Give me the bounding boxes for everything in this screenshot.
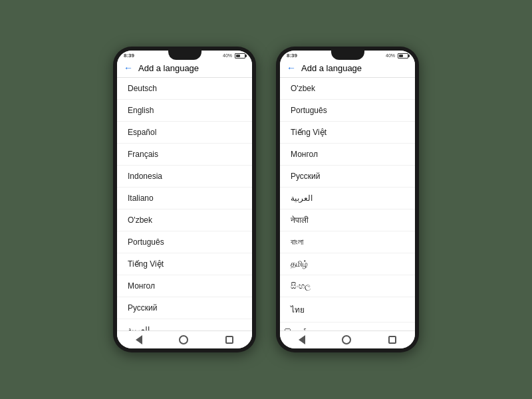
- nav-recents-1[interactable]: [225, 336, 233, 344]
- phone-2-screen: 8:39 40% ← Add a language O'zbekPortuguê…: [280, 51, 415, 348]
- nav-home-1[interactable]: [179, 335, 188, 344]
- language-item[interactable]: English: [117, 100, 252, 122]
- language-item[interactable]: Tiếng Việt: [280, 122, 415, 144]
- language-item[interactable]: தமிழ்: [280, 253, 415, 275]
- battery-icon-2: [398, 53, 408, 59]
- language-item[interactable]: O'zbek: [117, 209, 252, 231]
- language-item[interactable]: Монгол: [117, 275, 252, 297]
- notch-1: [168, 51, 201, 60]
- language-item[interactable]: සිංහල: [280, 275, 415, 297]
- language-item[interactable]: Монгол: [280, 144, 415, 166]
- battery-icon-1: [235, 53, 245, 59]
- nav-bar-1: [117, 331, 252, 348]
- back-button-1[interactable]: ←: [124, 63, 133, 73]
- phone-1: 8:39 40% ← Add a language DeutschEnglish…: [113, 47, 256, 352]
- header-title-2: Add a language: [301, 63, 362, 73]
- phone-2: 8:39 40% ← Add a language O'zbekPortuguê…: [276, 47, 419, 352]
- language-item[interactable]: ไทย: [280, 297, 415, 323]
- language-item[interactable]: Português: [117, 231, 252, 253]
- status-icons-2: 40%: [386, 53, 408, 59]
- back-button-2[interactable]: ←: [287, 63, 296, 73]
- header-1: ← Add a language: [117, 59, 252, 78]
- language-item[interactable]: नेपाली: [280, 209, 415, 231]
- time-1: 8:39: [124, 53, 134, 59]
- language-item[interactable]: Deutsch: [117, 78, 252, 100]
- status-icons-1: 40%: [223, 53, 245, 59]
- language-item[interactable]: Русский: [117, 297, 252, 319]
- nav-back-2[interactable]: [299, 335, 305, 344]
- language-item[interactable]: Português: [280, 100, 415, 122]
- language-list-2: O'zbekPortuguêsTiếng ViệtМонголРусскийال…: [280, 78, 415, 331]
- status-bar-2: 8:39 40%: [280, 51, 415, 59]
- time-2: 8:39: [287, 53, 297, 59]
- language-item[interactable]: မြန်မာ: [280, 323, 415, 331]
- header-2: ← Add a language: [280, 59, 415, 78]
- nav-back-1[interactable]: [136, 335, 142, 344]
- nav-bar-2: [280, 331, 415, 348]
- phone-1-screen: 8:39 40% ← Add a language DeutschEnglish…: [117, 51, 252, 348]
- status-bar-1: 8:39 40%: [117, 51, 252, 59]
- language-item[interactable]: Español: [117, 122, 252, 144]
- language-item[interactable]: Русский: [280, 166, 415, 188]
- nav-home-2[interactable]: [342, 335, 351, 344]
- language-item[interactable]: العربية: [280, 188, 415, 209]
- language-item[interactable]: Indonesia: [117, 166, 252, 188]
- language-item[interactable]: Italiano: [117, 188, 252, 209]
- notch-2: [331, 51, 364, 60]
- header-title-1: Add a language: [138, 63, 199, 73]
- language-item[interactable]: বাংলা: [280, 231, 415, 253]
- battery-text-2: 40%: [386, 53, 395, 58]
- language-item[interactable]: O'zbek: [280, 78, 415, 100]
- language-item[interactable]: Tiếng Việt: [117, 253, 252, 275]
- language-item[interactable]: العربية: [117, 319, 252, 331]
- language-list-1: DeutschEnglishEspañolFrançaisIndonesiaIt…: [117, 78, 252, 331]
- battery-text-1: 40%: [223, 53, 232, 58]
- nav-recents-2[interactable]: [388, 336, 396, 344]
- language-item[interactable]: Français: [117, 144, 252, 166]
